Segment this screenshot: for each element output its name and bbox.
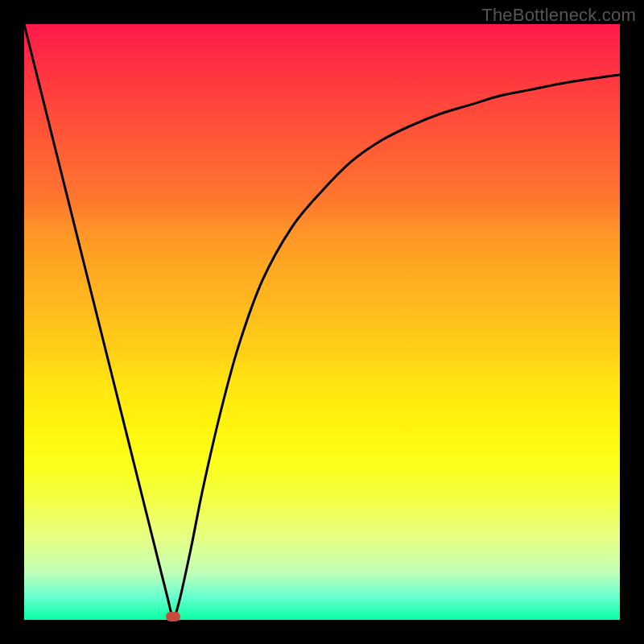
watermark-text: TheBottleneck.com: [481, 5, 636, 26]
optimal-point-marker: [166, 612, 180, 621]
chart-plot-area: [24, 24, 620, 620]
curve-path: [24, 24, 620, 617]
bottleneck-curve: [24, 24, 620, 620]
